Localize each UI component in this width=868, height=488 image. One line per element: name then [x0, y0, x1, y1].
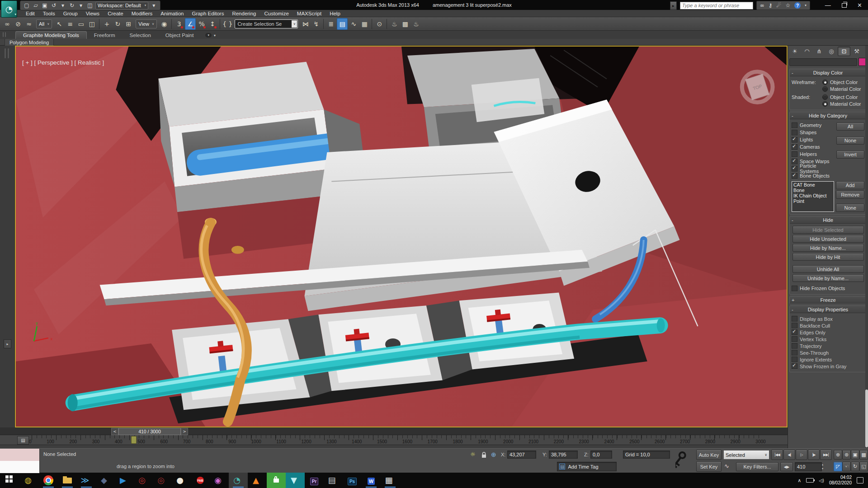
display-property-checkbox[interactable]	[792, 363, 797, 369]
viewport-label[interactable]: [ + ] [ Perspective ] [ Realistic ]	[22, 59, 104, 66]
menu-item[interactable]: Views	[82, 10, 104, 17]
shaded-object-color-radio[interactable]	[822, 94, 828, 100]
remove-button[interactable]: Remove	[836, 191, 864, 199]
playback-button[interactable]: |▶	[808, 450, 820, 460]
wireframe-object-color-radio[interactable]	[822, 80, 828, 85]
infocenter-icon[interactable]: ☆	[785, 2, 790, 9]
application-menu-button[interactable]: ◔ ▾	[1, 0, 17, 18]
taskbar-app-icon[interactable]: W	[362, 473, 381, 488]
display-property-checkbox[interactable]	[792, 343, 797, 349]
help-icon[interactable]: ?	[794, 2, 801, 9]
object-name-field[interactable]	[789, 58, 857, 66]
taskbar-app-icon[interactable]: ◆	[96, 473, 115, 488]
toolbar-button[interactable]	[171, 19, 172, 29]
infocenter-icon[interactable]: ☄	[777, 2, 782, 9]
display-property-checkbox[interactable]	[792, 357, 797, 362]
taskbar-app-icon[interactable]	[267, 473, 286, 488]
category-checkbox[interactable]	[792, 137, 797, 143]
tray-clock[interactable]: 04:02 08/02/2020	[829, 475, 852, 486]
battery-icon[interactable]	[806, 478, 814, 483]
toolbar-button[interactable]: ⋈	[300, 19, 310, 29]
viewport-nav-button[interactable]: ☜	[842, 462, 851, 471]
x-coordinate-field[interactable]: 43,207	[507, 450, 536, 459]
taskbar-app-icon[interactable]: ▦	[381, 473, 400, 488]
menu-item[interactable]: MAXScript	[293, 10, 326, 17]
qat-button[interactable]: ▾	[59, 2, 66, 9]
action-center-icon[interactable]	[857, 477, 863, 483]
toolbar-button[interactable]: ≈	[24, 19, 34, 29]
absolute-offset-toggle-icon[interactable]: ⊕	[491, 451, 496, 458]
qat-button[interactable]: ▢	[23, 2, 30, 9]
taskbar-app-icon[interactable]	[39, 473, 58, 488]
toolbar-button[interactable]: { }	[222, 19, 232, 29]
taskbar-app-icon[interactable]: ▼	[286, 473, 305, 488]
toolbar-button[interactable]: ▦	[359, 19, 369, 29]
menu-item[interactable]: Edit	[22, 10, 39, 17]
toolbar-button[interactable]: ∞	[2, 19, 12, 29]
ribbon-tab[interactable]: Graphite Modeling Tools	[15, 31, 87, 39]
rollout-header[interactable]: - Hide	[790, 216, 866, 224]
hide-frozen-objects-checkbox[interactable]	[792, 286, 797, 291]
taskbar-app-icon[interactable]: FAB	[191, 473, 210, 488]
menu-item[interactable]: Help	[326, 10, 344, 17]
display-property-checkbox[interactable]	[792, 336, 797, 342]
search-history-arrow[interactable]: ▶	[670, 1, 677, 10]
command-panel-tab[interactable]: ⋔	[813, 47, 825, 56]
viewport[interactable]: TOP x y [ + ] [ Perspective ] [ Realisti…	[15, 46, 788, 427]
speaker-icon[interactable]: ◁)	[819, 478, 824, 483]
hide-action-button[interactable]: Hide Selected	[793, 226, 864, 234]
bone-list-item[interactable]: Bone	[793, 188, 832, 193]
display-property-checkbox[interactable]	[792, 350, 797, 356]
toolbar-button[interactable]: ↻	[113, 19, 123, 29]
workspace-dropdown[interactable]: Workspace: Default ▾	[95, 2, 148, 9]
hide-action-button[interactable]: Hide Unselected	[793, 235, 864, 243]
set-keys-big-key-icon[interactable]	[675, 450, 693, 471]
z-coordinate-field[interactable]: 0,0	[590, 450, 612, 459]
toolbar-button[interactable]: ◉	[159, 19, 169, 29]
taskbar-app-icon[interactable]: ◔	[229, 473, 248, 488]
menu-item[interactable]: Customize	[260, 10, 292, 17]
infocenter-icon[interactable]: ⚷	[769, 2, 773, 9]
next-frame-arrow[interactable]: >	[181, 428, 188, 435]
category-action-button[interactable]: All	[836, 122, 864, 131]
current-frame-field[interactable]: 410	[795, 462, 822, 471]
command-panel-tab[interactable]: ◎	[826, 47, 837, 56]
category-action-button[interactable]: Invert	[836, 150, 864, 159]
current-frame-marker[interactable]	[131, 436, 137, 444]
category-checkbox[interactable]	[792, 166, 797, 172]
unhide-action-button[interactable]: Unhide by Name...	[793, 274, 864, 282]
category-checkbox[interactable]	[792, 144, 797, 150]
viewport-nav-button[interactable]: ↻	[851, 462, 859, 471]
toolbar-button[interactable]: ≣	[326, 19, 336, 29]
toolbar-button[interactable]: ▭	[76, 19, 86, 29]
viewport-nav-button[interactable]: ⊕	[834, 450, 842, 460]
bone-list-item[interactable]: Point	[793, 198, 832, 204]
toolbar-button[interactable]: ↯	[311, 19, 321, 29]
menu-item[interactable]: Rendering	[228, 10, 260, 17]
taskbar-app-icon[interactable]: ▤	[324, 473, 343, 488]
viewport-canvas[interactable]: TOP x y [ + ] [ Perspective ] [ Realisti…	[16, 47, 787, 427]
category-checkbox[interactable]	[792, 122, 797, 128]
taskbar-app-icon[interactable]	[1, 473, 20, 488]
ribbon-dropdown-arrow-icon[interactable]: ▾	[214, 33, 216, 38]
bone-object-list[interactable]: CAT BoneBoneIK Chain ObjectPoint	[792, 181, 834, 212]
time-tag-icon[interactable]: ▤	[559, 464, 565, 469]
taskbar-app-icon[interactable]: ◎	[153, 473, 172, 488]
frame-indicator[interactable]: 410 / 3000	[118, 428, 181, 435]
viewport-nav-button[interactable]: ◸	[834, 462, 842, 471]
selection-lock-icon[interactable]	[481, 452, 487, 459]
panel-scrollbar[interactable]	[865, 46, 868, 448]
toolbar-button[interactable]: ∿	[349, 19, 359, 29]
category-checkbox[interactable]	[792, 173, 797, 179]
rollout-header[interactable]: - Hide by Category	[790, 112, 866, 119]
minimize-button[interactable]: —	[825, 3, 831, 8]
taskbar-app-icon[interactable]: ▲	[248, 473, 267, 488]
scrollbar-thumb[interactable]	[865, 389, 868, 447]
rollout-header[interactable]: - Display Properties	[790, 306, 866, 313]
toolbar-button[interactable]: 3	[174, 19, 184, 29]
toolbar-button[interactable]: ♨	[411, 19, 421, 29]
previous-frame-arrow[interactable]: <	[111, 428, 118, 435]
display-property-checkbox[interactable]	[792, 329, 797, 335]
toolbar-button[interactable]: ◫	[87, 19, 97, 29]
menu-item[interactable]: Create	[104, 10, 127, 17]
